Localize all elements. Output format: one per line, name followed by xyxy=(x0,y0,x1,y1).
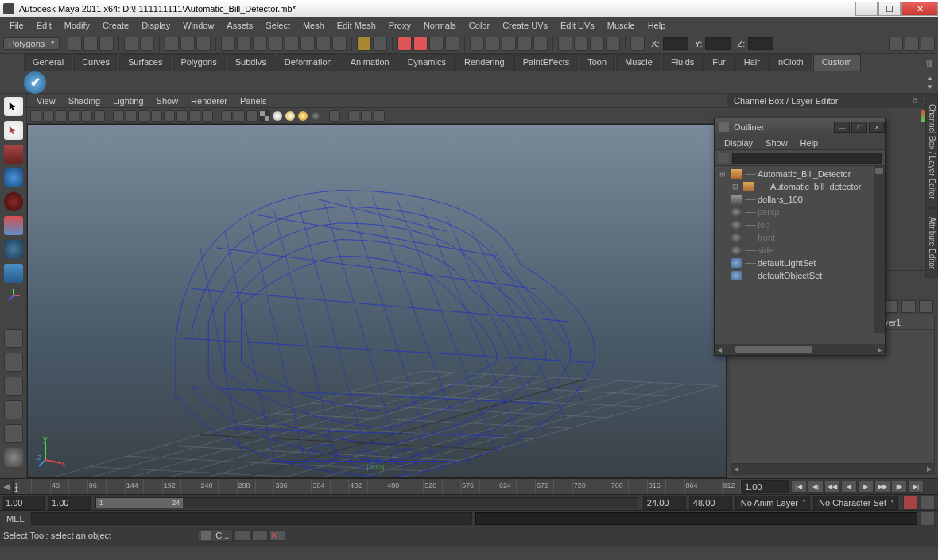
shelf-collapse-up-icon[interactable]: ▲ xyxy=(927,75,933,82)
ipr-render-icon[interactable] xyxy=(413,37,428,51)
maximize-button[interactable]: ☐ xyxy=(878,2,901,16)
anim-layer-dropdown[interactable]: No Anim Layer xyxy=(735,496,810,510)
menu-create-uvs[interactable]: Create UVs xyxy=(496,19,554,32)
anim-end-field[interactable] xyxy=(689,496,732,510)
menu-proxy[interactable]: Proxy xyxy=(382,19,417,32)
layout-four-icon[interactable] xyxy=(4,353,23,372)
snap-plane-icon[interactable] xyxy=(269,37,283,51)
layer-scrollbar[interactable]: ◀ ▶ xyxy=(731,464,935,475)
layout-2-icon[interactable] xyxy=(905,37,919,51)
shelf-collapse-down-icon[interactable]: ▼ xyxy=(927,83,933,91)
menu-create[interactable]: Create xyxy=(96,19,135,32)
snap-curve-icon[interactable] xyxy=(237,37,251,51)
timeline[interactable]: ◀ 14896144192240288336384432480528576624… xyxy=(0,479,938,495)
soft-select-tool[interactable] xyxy=(4,192,23,211)
panel-undock-icon[interactable]: ⧉ xyxy=(913,97,921,105)
shelf-tab-fluids[interactable]: Fluids xyxy=(662,54,703,71)
shelf-tab-polygons[interactable]: Polygons xyxy=(172,54,225,71)
time-slider[interactable]: 1489614419224028833638443248052857662467… xyxy=(13,479,740,494)
menu-window[interactable]: Window xyxy=(176,19,220,32)
close-button[interactable]: ✕ xyxy=(901,2,938,16)
layout-custom-icon[interactable] xyxy=(4,424,23,443)
vp-depth-icon[interactable] xyxy=(361,110,372,122)
vp-menu-renderer[interactable]: Renderer xyxy=(184,95,234,106)
shelf-tab-fur[interactable]: Fur xyxy=(704,54,735,71)
new-scene-icon[interactable] xyxy=(68,37,82,51)
uv-editor-icon[interactable] xyxy=(590,37,604,51)
outliner-filter-icon[interactable] xyxy=(718,153,729,163)
layer-move-down-icon[interactable] xyxy=(884,300,898,313)
snap-view-icon[interactable] xyxy=(300,37,315,51)
scale-tool[interactable] xyxy=(4,264,23,283)
history-on-icon[interactable] xyxy=(373,37,387,51)
menu-assets[interactable]: Assets xyxy=(220,19,259,32)
expand-icon[interactable]: ⊞ xyxy=(731,183,740,191)
step-back-keyframe-button[interactable]: ◀| xyxy=(808,481,824,493)
graph-editor-icon[interactable] xyxy=(533,37,548,51)
module-selector[interactable]: Polygons xyxy=(3,37,60,50)
vp-image-plane-icon[interactable] xyxy=(68,110,79,122)
step-forward-button[interactable]: ▶▶ xyxy=(874,481,890,493)
vp-light-flat-icon[interactable] xyxy=(298,111,308,121)
snap-grid-icon[interactable] xyxy=(221,37,235,51)
hypergraph-icon[interactable] xyxy=(574,37,588,51)
outliner-search-input[interactable] xyxy=(732,153,882,164)
vp-shadows-icon[interactable] xyxy=(311,111,320,121)
menu-normals[interactable]: Normals xyxy=(417,19,463,32)
undo-icon[interactable] xyxy=(124,37,138,51)
sculpt-tool[interactable] xyxy=(4,168,23,187)
axis-x-input[interactable] xyxy=(663,37,688,50)
vp-texture-icon[interactable] xyxy=(246,110,258,122)
vp-xray-icon[interactable] xyxy=(234,110,245,122)
render-settings-icon[interactable] xyxy=(429,37,444,51)
select-tool[interactable] xyxy=(4,97,23,116)
vp-bookmark-icon[interactable] xyxy=(56,110,67,122)
outliner-list[interactable]: ⊞Automatic_Bill_Detector⊞Automatic_bill_… xyxy=(715,166,885,344)
last-tool-icon[interactable] xyxy=(4,448,23,467)
outliner-item[interactable]: persp xyxy=(715,206,885,218)
outliner-item[interactable]: dollars_100 xyxy=(715,193,885,206)
taskbar-item[interactable]: C... xyxy=(197,529,233,542)
custom-shelf-button[interactable]: ✔ xyxy=(24,71,46,94)
side-tab-attribute-editor[interactable]: Attribute Editor xyxy=(925,208,938,278)
shelf-delete-icon[interactable]: 🗑 xyxy=(927,54,938,71)
side-tab-channel-box-layer-editor[interactable]: Channel Box / Layer Editor xyxy=(925,95,938,208)
vp-menu-panels[interactable]: Panels xyxy=(234,95,273,106)
command-input[interactable] xyxy=(31,512,473,525)
numeric-input-icon[interactable] xyxy=(630,37,645,51)
axis-z-input[interactable] xyxy=(748,37,773,50)
menu-edit-uvs[interactable]: Edit UVs xyxy=(554,19,601,32)
move-tool[interactable] xyxy=(4,216,23,235)
playback-start-field[interactable] xyxy=(48,496,91,510)
menu-help[interactable]: Help xyxy=(641,19,672,32)
menu-modify[interactable]: Modify xyxy=(58,19,96,32)
shelf-tab-dynamics[interactable]: Dynamics xyxy=(399,54,455,71)
script-editor-icon[interactable] xyxy=(606,37,620,51)
outliner-item[interactable]: ⊞Automatic_Bill_Detector xyxy=(715,168,885,180)
menu-muscle[interactable]: Muscle xyxy=(601,19,641,32)
shelf-tab-hair[interactable]: Hair xyxy=(735,54,769,71)
minimize-button[interactable]: — xyxy=(855,2,878,16)
layout-1-icon[interactable] xyxy=(889,37,903,51)
layout-3-icon[interactable] xyxy=(921,37,935,51)
open-scene-icon[interactable] xyxy=(83,37,98,51)
layer-new-selected-icon[interactable] xyxy=(919,300,933,313)
shelf-tab-toon[interactable]: Toon xyxy=(579,54,615,71)
render-frame-icon[interactable] xyxy=(397,37,412,51)
vp-select-cam-icon[interactable] xyxy=(30,110,41,122)
menu-edit-mesh[interactable]: Edit Mesh xyxy=(331,19,382,32)
lasso-tool[interactable] xyxy=(4,121,23,140)
shelf-tab-general[interactable]: General xyxy=(24,54,72,71)
vp-lock-cam-icon[interactable] xyxy=(43,110,54,122)
vp-wireframe-icon[interactable] xyxy=(189,110,200,122)
outliner-minimize-button[interactable]: — xyxy=(834,122,850,133)
outliner-window[interactable]: Outliner — ☐ ✕ DisplayShowHelp ⊞Automati… xyxy=(714,118,886,356)
script-editor-button[interactable] xyxy=(921,512,935,526)
vp-menu-shading[interactable]: Shading xyxy=(62,95,107,106)
rotate-tool[interactable] xyxy=(4,240,23,259)
vp-light-all-icon[interactable] xyxy=(273,111,282,121)
anim-start-field[interactable] xyxy=(2,496,45,510)
vp-light-icon[interactable] xyxy=(259,110,270,122)
script-language-label[interactable]: MEL xyxy=(0,514,31,523)
outliner-item[interactable]: ⊞Automatic_bill_detector xyxy=(715,180,885,193)
